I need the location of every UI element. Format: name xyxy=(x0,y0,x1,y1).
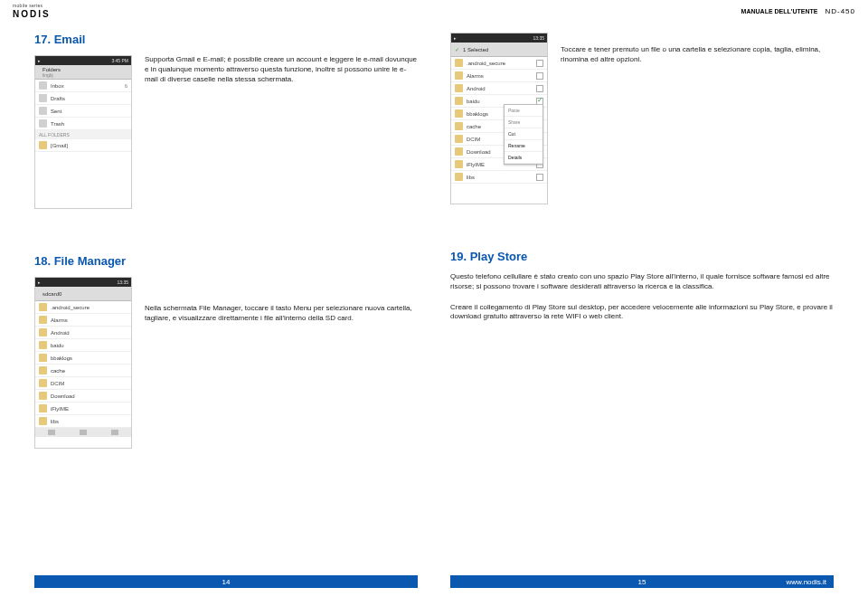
mail-icon xyxy=(39,107,47,115)
folder-icon xyxy=(39,417,47,425)
footer-url: www.nodis.it xyxy=(787,578,826,586)
section-19-p1: Toccare e tener premuto un file o una ca… xyxy=(561,33,834,65)
folder-icon xyxy=(39,303,47,311)
folder-icon xyxy=(455,147,463,156)
file-row-selectable[interactable]: libs xyxy=(451,171,547,184)
context-menu[interactable]: PasteShareCutRenameDetails xyxy=(504,104,543,165)
folder-icon xyxy=(39,354,47,362)
page-header-right: MANUALE DELL'UTENTE ND-450 xyxy=(434,0,868,22)
wifi-icon: ▸ xyxy=(38,58,41,63)
sort-button[interactable] xyxy=(48,430,55,435)
menu-item-cut[interactable]: Cut xyxy=(505,128,542,140)
section-19-p2: Questo telefono cellullare è stato creat… xyxy=(450,272,834,292)
folder-icon xyxy=(455,135,463,143)
file-row[interactable]: baidu xyxy=(35,339,131,352)
status-time: 3:45 PM xyxy=(111,58,128,63)
file-row[interactable]: .android_secure xyxy=(35,301,131,314)
folder-icon xyxy=(455,173,463,181)
file-row[interactable]: iFlyIME xyxy=(35,403,131,415)
model-label: ND-450 xyxy=(825,7,855,15)
mail-icon xyxy=(39,94,47,102)
screenshot-selection: ▸ 13:35 ✓ 1 Selected .android_secureAlar… xyxy=(450,33,548,204)
folder-icon xyxy=(455,122,463,130)
file-list: .android_secureAlarmsAndroidbaidubbaklog… xyxy=(35,301,131,428)
screenshot-email: ▸ 3:45 PM Folders lingbj Inbox6DraftsSen… xyxy=(34,55,132,209)
file-row[interactable]: bbaklogs xyxy=(35,352,131,365)
folder-icon xyxy=(455,97,463,105)
sd-icon: ▸ xyxy=(38,280,41,285)
email-folder-list: Inbox6DraftsSentTrash xyxy=(35,80,131,130)
folder-icon xyxy=(39,328,47,336)
folder-icon xyxy=(455,84,463,92)
mail-icon xyxy=(39,119,47,128)
page-header-left: mobile series NODIS xyxy=(0,0,434,22)
folder-icon xyxy=(455,160,463,168)
folder-icon xyxy=(455,71,463,80)
folder-row[interactable]: Drafts xyxy=(35,92,131,105)
status-bar: ▸ 13:35 xyxy=(35,278,131,287)
filter-button[interactable] xyxy=(111,430,118,435)
path-header: sdcard0 xyxy=(35,287,131,301)
file-row[interactable]: cache xyxy=(35,365,131,377)
folder-icon xyxy=(39,404,47,412)
folder-row[interactable]: Trash xyxy=(35,118,131,130)
menu-item-rename[interactable]: Rename xyxy=(505,140,542,152)
page-right: MANUALE DELL'UTENTE ND-450 ▸ 13:35 ✓ 1 S… xyxy=(434,0,868,597)
file-row[interactable]: DCIM xyxy=(35,377,131,390)
section-18-row: ▸ 13:35 sdcard0 .android_secureAlarmsAnd… xyxy=(34,277,418,449)
page-left: mobile series NODIS 17. Email ▸ 3:45 PM … xyxy=(0,0,434,597)
menu-item-share: Share xyxy=(505,117,542,128)
section-17-title: 17. Email xyxy=(34,33,418,46)
content-right: ▸ 13:35 ✓ 1 Selected .android_secureAlar… xyxy=(450,33,834,561)
bottom-toolbar xyxy=(35,428,131,437)
screenshot-filemgr: ▸ 13:35 sdcard0 .android_secureAlarmsAnd… xyxy=(34,277,132,449)
account-name: lingbj xyxy=(42,72,53,78)
folder-icon xyxy=(39,141,47,149)
file-row[interactable]: Download xyxy=(35,390,131,403)
file-row[interactable]: Alarms xyxy=(35,314,131,327)
section-17-body: Supporta Gmail e E-mail; è possibile cre… xyxy=(145,55,418,84)
folder-row[interactable]: Sent xyxy=(35,105,131,118)
check-icon: ✓ xyxy=(455,46,459,52)
status-bar: ▸ 13:35 xyxy=(451,33,547,43)
section-18-body: Nella schermata File Manager, toccare il… xyxy=(145,277,418,324)
checkbox[interactable] xyxy=(536,85,543,92)
manual-title: MANUALE DELL'UTENTE ND-450 xyxy=(741,7,855,15)
menu-item-paste: Paste xyxy=(505,105,542,117)
status-bar: ▸ 3:45 PM xyxy=(35,56,131,65)
content-left: 17. Email ▸ 3:45 PM Folders lingbj Inbox… xyxy=(34,33,418,561)
section-19-p3: Creare il collegamento di Play Store sul… xyxy=(450,303,834,323)
section-19-title: 19. Play Store xyxy=(450,250,834,263)
file-row[interactable]: libs xyxy=(35,415,131,428)
footer-right: 15 www.nodis.it xyxy=(450,575,834,588)
folders-header: Folders lingbj xyxy=(35,65,131,80)
menu-item-details[interactable]: Details xyxy=(505,152,542,164)
page-number-left: 14 xyxy=(222,578,231,586)
brand-sub: mobile series xyxy=(13,3,42,8)
section-18-title: 18. File Manager xyxy=(34,254,418,268)
status-time: 13:35 xyxy=(117,280,128,285)
file-row-selectable[interactable]: Alarms xyxy=(451,70,547,82)
brand-block: mobile series NODIS xyxy=(13,3,51,19)
section-17-row: ▸ 3:45 PM Folders lingbj Inbox6DraftsSen… xyxy=(34,55,418,209)
file-row[interactable]: Android xyxy=(35,327,131,339)
checkbox[interactable] xyxy=(536,174,543,181)
folder-icon xyxy=(39,379,47,387)
checkbox[interactable] xyxy=(536,60,543,67)
folder-icon xyxy=(455,109,463,118)
folder-icon xyxy=(39,341,47,349)
folder-icon xyxy=(39,316,47,324)
mail-icon xyxy=(39,81,47,90)
gmail-folder[interactable]: [Gmail] xyxy=(35,139,131,152)
footer-left: 14 xyxy=(34,575,418,588)
file-row-selectable[interactable]: Android xyxy=(451,82,547,95)
view-button[interactable] xyxy=(80,430,87,435)
checkbox[interactable] xyxy=(536,72,543,80)
brand-main: NODIS xyxy=(13,9,51,19)
folder-icon xyxy=(455,59,463,67)
path-text: sdcard0 xyxy=(42,291,61,297)
folder-row[interactable]: Inbox6 xyxy=(35,80,131,92)
section-19-top-row: ▸ 13:35 ✓ 1 Selected .android_secureAlar… xyxy=(450,33,834,204)
file-row-selectable[interactable]: .android_secure xyxy=(451,57,547,70)
selection-header: ✓ 1 Selected xyxy=(451,43,547,57)
